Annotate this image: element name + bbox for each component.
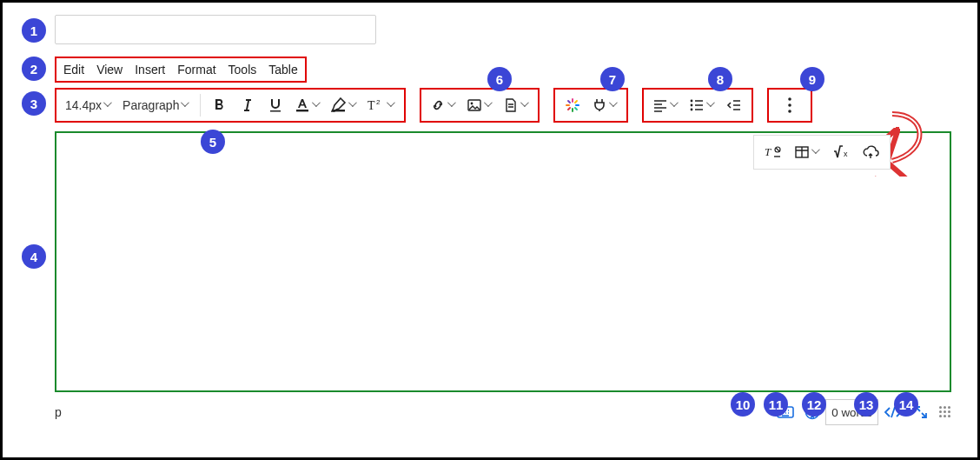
underline-button[interactable] xyxy=(263,91,288,119)
list-button[interactable] xyxy=(685,91,718,119)
svg-line-11 xyxy=(575,108,577,110)
svg-point-15 xyxy=(691,104,693,107)
chevron-down-icon xyxy=(670,101,679,110)
menubar: Edit View Insert Format Tools Table xyxy=(55,57,307,83)
callout-7: 7 xyxy=(600,67,625,91)
content-editor[interactable] xyxy=(55,131,951,392)
svg-point-17 xyxy=(789,97,792,101)
chevron-down-icon xyxy=(609,101,618,110)
overflow-toolbar: T x xyxy=(753,135,891,170)
svg-text:x: x xyxy=(844,150,848,158)
svg-rect-0 xyxy=(296,110,308,111)
vertical-dots-icon xyxy=(787,97,792,114)
plug-icon xyxy=(592,97,607,113)
apps-button[interactable] xyxy=(560,91,585,119)
svg-point-14 xyxy=(691,100,693,103)
svg-line-13 xyxy=(568,108,570,110)
svg-text:2: 2 xyxy=(376,98,381,106)
chevron-down-icon xyxy=(520,101,529,110)
callout-2: 2 xyxy=(22,57,46,81)
clear-formatting-icon: T xyxy=(765,144,782,160)
menu-edit[interactable]: Edit xyxy=(63,63,84,77)
chevron-down-icon xyxy=(447,101,456,110)
resize-grip[interactable] xyxy=(939,406,951,418)
sparkle-icon xyxy=(565,97,580,113)
svg-point-5 xyxy=(471,103,473,105)
plugins-button[interactable] xyxy=(588,91,621,119)
editor-frame: 1 2 3 4 5 6 7 8 9 10 11 12 13 14 Edit Vi… xyxy=(0,0,980,460)
font-size-dropdown[interactable]: 14.4px xyxy=(62,91,116,119)
svg-line-10 xyxy=(568,101,570,103)
table-button[interactable] xyxy=(791,138,824,166)
svg-point-16 xyxy=(691,109,693,111)
italic-icon xyxy=(240,97,255,113)
highlight-icon xyxy=(331,97,347,113)
svg-rect-1 xyxy=(333,110,345,111)
chevron-down-icon xyxy=(103,101,112,110)
callout-10: 10 xyxy=(731,392,755,417)
chevron-down-icon xyxy=(387,101,395,110)
svg-text:T: T xyxy=(765,145,771,158)
chevron-down-icon xyxy=(348,101,357,110)
indent-button[interactable] xyxy=(722,91,746,119)
chevron-down-icon xyxy=(811,148,820,157)
document-icon xyxy=(503,97,519,113)
chevron-down-icon xyxy=(706,101,715,110)
toolbar-overflow-group xyxy=(767,88,812,123)
title-input[interactable] xyxy=(55,15,376,44)
embed-button[interactable] xyxy=(858,138,883,166)
block-format-dropdown[interactable]: Paragraph xyxy=(119,91,193,119)
svg-text:T: T xyxy=(368,99,375,112)
chevron-down-icon xyxy=(312,101,321,110)
superscript-icon: T2 xyxy=(368,97,385,113)
menu-insert[interactable]: Insert xyxy=(135,63,165,77)
svg-line-12 xyxy=(575,101,577,103)
table-icon xyxy=(794,144,810,160)
clear-formatting-button[interactable]: T xyxy=(761,138,785,166)
chevron-down-icon xyxy=(484,101,493,110)
document-button[interactable] xyxy=(500,91,533,119)
callout-9: 9 xyxy=(800,67,824,91)
block-format-value: Paragraph xyxy=(122,98,179,112)
alignment-button[interactable] xyxy=(649,91,682,119)
bullet-list-icon xyxy=(689,97,705,113)
highlight-color-button[interactable] xyxy=(328,91,361,119)
outdent-icon xyxy=(726,97,742,113)
callout-13: 13 xyxy=(854,392,878,417)
link-button[interactable] xyxy=(427,91,460,119)
image-button[interactable] xyxy=(463,91,496,119)
svg-point-18 xyxy=(789,103,792,107)
align-left-icon xyxy=(652,97,668,113)
callout-5: 5 xyxy=(201,130,225,154)
menu-view[interactable]: View xyxy=(96,63,122,77)
svg-point-19 xyxy=(789,110,792,113)
toolbar-text-group: 14.4px Paragraph xyxy=(55,88,406,123)
callout-11: 11 xyxy=(764,392,788,417)
callout-14: 14 xyxy=(894,392,918,417)
more-button[interactable] xyxy=(778,91,802,119)
chevron-down-icon xyxy=(181,101,189,110)
toolbar-paragraph-group xyxy=(642,88,753,123)
callout-8: 8 xyxy=(708,67,732,91)
menu-format[interactable]: Format xyxy=(177,63,215,77)
image-icon xyxy=(467,97,482,113)
cloud-embed-icon xyxy=(862,144,879,160)
link-icon xyxy=(430,97,446,113)
italic-button[interactable] xyxy=(235,91,260,119)
toolbar-apps-group xyxy=(553,88,628,123)
callout-1: 1 xyxy=(22,18,46,43)
equation-icon: x xyxy=(832,144,850,160)
menu-table[interactable]: Table xyxy=(268,63,297,77)
separator xyxy=(200,94,201,117)
bold-icon xyxy=(212,97,228,113)
toolbar-insert-group xyxy=(420,88,540,123)
toolbar: 14.4px Paragraph xyxy=(55,88,951,123)
menu-tools[interactable]: Tools xyxy=(228,63,257,77)
equation-button[interactable]: x xyxy=(829,138,853,166)
bold-button[interactable] xyxy=(208,91,232,119)
font-size-value: 14.4px xyxy=(65,98,102,112)
element-path[interactable]: p xyxy=(55,405,62,419)
superscript-button[interactable]: T2 xyxy=(364,91,399,119)
text-color-button[interactable] xyxy=(291,91,324,119)
callout-3: 3 xyxy=(22,91,46,116)
